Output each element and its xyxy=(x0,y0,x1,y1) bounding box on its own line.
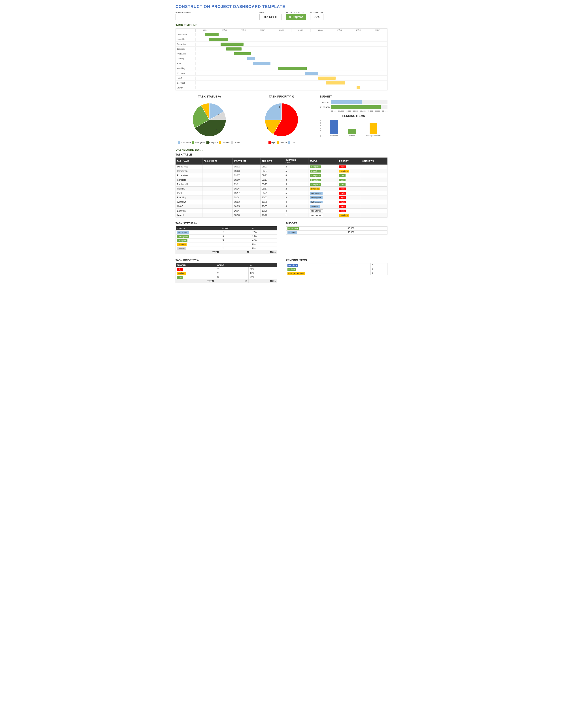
pending-change-cell: Change Requests xyxy=(286,271,371,275)
task-status-section: TASK STATUS % STATUS COUNT % Not Started… xyxy=(175,222,277,254)
gantt-track xyxy=(195,37,387,41)
tp-tbody: High 7 58% Medium 2 17% Low 3 25% TOTAL … xyxy=(176,267,277,283)
legend-low-dot xyxy=(288,141,290,144)
cell-task-name: HVAC xyxy=(176,204,202,209)
gantt-track xyxy=(195,76,387,80)
ts-c-count: 5 xyxy=(221,238,251,242)
budget-actual-row2: ACTUAL 50,000 xyxy=(286,231,388,235)
legend-low: Low xyxy=(288,141,295,144)
cell-start: 09/07 xyxy=(233,173,260,178)
pending-tbody: Decisions 5 Actions 2 Change Requests 4 xyxy=(286,263,388,275)
cell-comments xyxy=(361,182,387,187)
budget-planned-label: PLANNED xyxy=(320,106,330,108)
date-input[interactable] xyxy=(259,14,282,20)
task-status-title: TASK STATUS % xyxy=(175,95,243,98)
tph-count: COUNT xyxy=(216,263,248,267)
cell-end: 10/02 xyxy=(260,195,284,200)
legend-ns-label: Not Started xyxy=(180,141,191,144)
budget-data-table: PLANNED 80,000 ACTUAL 50,000 xyxy=(286,226,388,235)
legend-high-label: High xyxy=(271,141,275,144)
tsh-percent: % xyxy=(251,226,277,231)
cell-comments xyxy=(361,165,387,169)
gantt-task-name: Excavation xyxy=(176,43,195,46)
cell-assigned xyxy=(202,200,232,204)
gantt-date-4: 09/20 xyxy=(272,29,292,32)
legend-high-dot xyxy=(268,141,271,144)
cell-task-name: Pre backfill xyxy=(176,182,202,187)
cell-priority: High xyxy=(338,191,361,195)
cell-assigned xyxy=(202,182,232,187)
svg-text:7: 7 xyxy=(290,124,292,126)
tp-total-count: 12 xyxy=(216,279,248,283)
gantt-date-6: 09/30 xyxy=(311,29,330,32)
bottom-row: TASK STATUS % STATUS COUNT % Not Started… xyxy=(175,222,388,254)
cell-end: 09/15 xyxy=(260,182,284,187)
budget-actual-fill xyxy=(331,100,362,104)
task-priority-title: TASK PRIORITY % xyxy=(248,95,316,98)
task-priority-section: TASK PRIORITY % PRIORITY COUNT % High 7 … xyxy=(175,259,277,283)
table-row: Roof 09/17 09/21 5 In Progress High xyxy=(176,191,388,195)
legend-ip-label: In Progress xyxy=(195,141,205,144)
svg-text:1: 1 xyxy=(202,110,203,113)
budget-actual-cell: ACTUAL xyxy=(286,231,346,235)
pending-data-table: Decisions 5 Actions 2 Change Requests 4 xyxy=(286,263,388,275)
pending-bars-container: Decisions Actions Change Requests xyxy=(323,119,388,137)
pending-change-row: Change Requests 4 xyxy=(286,271,388,275)
gantt-bar xyxy=(278,67,307,70)
gantt-bar xyxy=(209,38,228,41)
cell-end: 09/12 xyxy=(260,173,284,178)
ts-ip-pct: 25% xyxy=(251,235,277,238)
task-status-table-title: TASK STATUS % xyxy=(175,222,277,225)
cell-task-name: Excavation xyxy=(176,173,202,178)
legend-medium: Medium xyxy=(277,141,287,144)
tp-high-label: High xyxy=(176,267,216,271)
gantt-track xyxy=(195,66,387,71)
ts-ns-count: 2 xyxy=(221,231,251,235)
tp-low-pct: 25% xyxy=(248,275,277,279)
cell-comments xyxy=(361,204,387,209)
gantt-date-8: 10/10 xyxy=(349,29,368,32)
pending-change-label: Change Requests xyxy=(366,135,381,137)
percent-complete: 72% xyxy=(310,14,324,20)
ts-ip-count: 3 xyxy=(221,235,251,238)
gantt-bar xyxy=(253,62,270,65)
cell-assigned xyxy=(202,195,232,200)
project-name-input[interactable] xyxy=(175,14,255,20)
dashboard-data-title: DASHBOARD DATA xyxy=(175,148,388,151)
pending-actions-label: Actions xyxy=(349,135,355,137)
th-assigned-to: ASSIGNED TO xyxy=(202,158,232,165)
legend-ns-dot xyxy=(178,141,180,144)
ts-row-ov: Overdue 1 8% xyxy=(176,242,277,246)
pending-actions-val: 2 xyxy=(371,267,387,271)
pending-change-val: 4 xyxy=(371,271,387,275)
gantt-bar xyxy=(205,33,218,36)
task-status-chart: TASK STATUS % 1 2 3 5 Not Started In Pro… xyxy=(175,95,243,144)
gantt-track xyxy=(195,51,387,56)
th-task-name: TASK NAME xyxy=(176,158,202,165)
task-priority-pie: 3 2 7 xyxy=(259,100,304,140)
gantt-date-1: 09/05 xyxy=(215,29,234,32)
gantt-row: Pre backfill xyxy=(176,51,387,56)
legend-c-label: Complete xyxy=(209,141,218,144)
cell-task-name: Launch xyxy=(176,213,202,218)
gantt-label-header xyxy=(176,29,195,32)
cell-end: 09/11 xyxy=(260,178,284,182)
charts-row: TASK STATUS % 1 2 3 5 Not Started In Pro… xyxy=(175,95,388,144)
gantt-date-5: 09/25 xyxy=(292,29,311,32)
cell-status: Complete xyxy=(309,173,338,178)
cell-comments xyxy=(361,195,387,200)
cell-task-name: Electrical xyxy=(176,209,202,213)
pending-decisions-cell: Decisions xyxy=(286,263,371,267)
date-group: DATE xyxy=(259,11,282,20)
task-priority-table-title: TASK PRIORITY % xyxy=(175,259,277,262)
pending-actions-row: Actions 2 xyxy=(286,267,388,271)
legend-oh: On Hold xyxy=(231,141,241,144)
percent-label: % COMPLETE xyxy=(310,11,324,13)
cell-comments xyxy=(361,191,387,195)
cell-end: 10/07 xyxy=(260,204,284,209)
gantt-row: Demo Prep xyxy=(176,32,387,37)
cell-duration: 3 xyxy=(284,178,309,182)
tph-percent: % xyxy=(248,263,277,267)
gantt-task-name: Launch xyxy=(176,86,195,89)
cell-start: 09/09 xyxy=(233,178,260,182)
